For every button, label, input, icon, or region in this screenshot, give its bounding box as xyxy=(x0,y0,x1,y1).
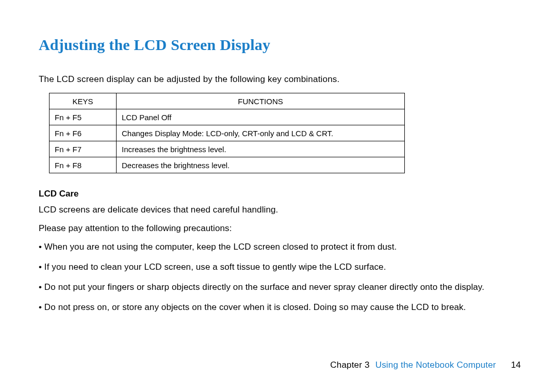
lcd-care-bullet: • When you are not using the computer, k… xyxy=(39,240,521,255)
table-cell-func: Increases the brightness level. xyxy=(117,141,405,157)
page-title: Adjusting the LCD Screen Display xyxy=(39,36,521,54)
table-header-row: KEYS FUNCTIONS xyxy=(50,93,405,109)
page-footer: Chapter 3 Using the Notebook Computer 14 xyxy=(330,360,521,370)
table-row: Fn + F6 Changes Display Mode: LCD-only, … xyxy=(50,125,405,141)
table-row: Fn + F5 LCD Panel Off xyxy=(50,109,405,125)
table-header-functions: FUNCTIONS xyxy=(117,93,405,109)
table-cell-func: LCD Panel Off xyxy=(117,109,405,125)
lcd-care-bullet: • Do not put your fingers or sharp objec… xyxy=(39,280,521,295)
table-row: Fn + F8 Decreases the brightness level. xyxy=(50,157,405,173)
footer-page-number: 14 xyxy=(511,360,521,370)
lcd-care-bullet: • If you need to clean your LCD screen, … xyxy=(39,260,521,275)
table-cell-keys: Fn + F6 xyxy=(50,125,117,141)
table-cell-keys: Fn + F5 xyxy=(50,109,117,125)
key-combinations-table: KEYS FUNCTIONS Fn + F5 LCD Panel Off Fn … xyxy=(49,93,405,173)
document-page: Adjusting the LCD Screen Display The LCD… xyxy=(0,0,557,392)
table-cell-keys: Fn + F7 xyxy=(50,141,117,157)
intro-paragraph: The LCD screen display can be adjusted b… xyxy=(39,74,521,85)
table-cell-func: Changes Display Mode: LCD-only, CRT-only… xyxy=(117,125,405,141)
lcd-care-line1: LCD screens are delicate devices that ne… xyxy=(39,203,521,217)
table-cell-keys: Fn + F8 xyxy=(50,157,117,173)
footer-chapter-title: Using the Notebook Computer xyxy=(375,360,496,370)
table-cell-func: Decreases the brightness level. xyxy=(117,157,405,173)
table-row: Fn + F7 Increases the brightness level. xyxy=(50,141,405,157)
lcd-care-line2: Please pay attention to the following pr… xyxy=(39,222,521,235)
lcd-care-bullet: • Do not press on, or store any objects … xyxy=(39,300,521,315)
table-header-keys: KEYS xyxy=(50,93,117,109)
lcd-care-heading: LCD Care xyxy=(39,189,521,199)
footer-chapter-label: Chapter 3 xyxy=(330,360,369,370)
